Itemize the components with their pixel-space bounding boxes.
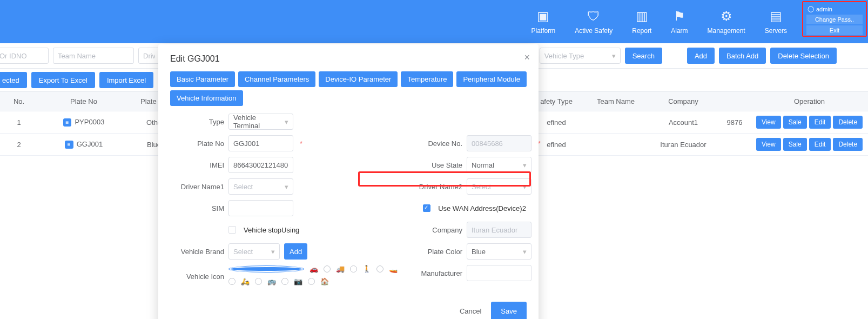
stop-using-checkbox[interactable] xyxy=(228,226,236,234)
car-icon: 🚗 xyxy=(309,265,318,273)
modal-title: Edit GGJ001 xyxy=(170,54,527,64)
edit-button[interactable]: Edit xyxy=(809,138,831,151)
vehicle-type-select[interactable]: Vehicle Type xyxy=(540,48,621,64)
delete-button[interactable]: Delete xyxy=(833,116,863,129)
col-team: Team Name xyxy=(583,92,648,111)
view-button[interactable]: View xyxy=(756,138,781,151)
nav-platform[interactable]: ▣Platform xyxy=(522,0,566,43)
delete-button[interactable]: Delete xyxy=(833,138,863,151)
bus-icon: 🚌 xyxy=(267,277,276,285)
plate-color-select[interactable]: Blue xyxy=(467,243,531,260)
cell-plate: ≡PYP0003 xyxy=(38,111,130,134)
delete-selection-button[interactable]: Delete Selection xyxy=(770,48,837,64)
type-select[interactable]: Vehicle Terminal xyxy=(228,114,293,130)
tab-peripheral[interactable]: Peripheral Module xyxy=(456,71,527,87)
brand-label: Vehicle Brand xyxy=(170,248,224,256)
imei-input[interactable] xyxy=(228,157,293,173)
vicon-radio-person[interactable] xyxy=(350,265,357,273)
vicon-radio-house[interactable] xyxy=(308,278,315,285)
driver2-label: Driver Name2 xyxy=(408,183,462,191)
manufacturer-input[interactable] xyxy=(467,265,531,281)
required-mark: * xyxy=(538,139,541,148)
driver1-select[interactable]: Select xyxy=(228,178,293,195)
brand-add-button[interactable]: Add xyxy=(284,243,307,260)
edit-button[interactable]: Edit xyxy=(809,116,831,129)
import-excel-button[interactable]: Import Excel xyxy=(99,72,153,88)
cell-company: Ituran Ecuador xyxy=(648,134,718,156)
driver2-select[interactable]: Select xyxy=(467,178,531,195)
company-input xyxy=(467,222,531,238)
nav-bar: ▣Platform 🛡Active Safety ▥Report ⚑Alarm … xyxy=(522,0,801,43)
company-label: Company xyxy=(408,226,462,234)
shield-icon: 🛡 xyxy=(587,9,600,24)
app-header: ▣Platform 🛡Active Safety ▥Report ⚑Alarm … xyxy=(0,0,868,43)
cancel-button[interactable]: Cancel xyxy=(460,307,481,315)
vicon-radio-car[interactable] xyxy=(228,265,304,273)
view-button[interactable]: View xyxy=(756,116,781,129)
motorcycle-icon: 🛵 xyxy=(241,277,250,285)
idno-input[interactable] xyxy=(0,48,49,64)
exit-button[interactable]: Exit xyxy=(806,25,863,35)
use-state-label: Use State xyxy=(408,161,462,169)
user-panel: ◯admin Change Pass.. Exit xyxy=(802,1,867,37)
export-excel-button[interactable]: Export To Excel xyxy=(31,72,95,88)
driver1-label: Driver Name1 xyxy=(170,183,224,191)
vicon-radio-bus[interactable] xyxy=(255,278,262,285)
cell-no: 1 xyxy=(0,111,38,134)
tab-temperature[interactable]: Temperature xyxy=(401,71,453,87)
col-no: No. xyxy=(0,92,38,111)
vehicle-icon-label: Vehicle Icon xyxy=(170,273,224,281)
driver-input[interactable] xyxy=(138,48,160,64)
server-icon: ▤ xyxy=(770,9,782,24)
plate-no-input[interactable] xyxy=(228,135,293,151)
brand-select[interactable]: Select xyxy=(228,243,280,260)
wan-label: Use WAN Address(Device)2 xyxy=(438,204,526,212)
nav-management[interactable]: ⚙Management xyxy=(698,0,755,43)
cell-team xyxy=(583,134,648,156)
selected-button[interactable]: ected xyxy=(0,72,27,88)
house-icon: 🏠 xyxy=(320,277,329,285)
nav-servers[interactable]: ▤Servers xyxy=(755,0,797,43)
nav-report[interactable]: ▥Report xyxy=(622,0,661,43)
search-button[interactable]: Search xyxy=(625,48,662,64)
tab-device-io[interactable]: Device-IO Parameter xyxy=(319,71,398,87)
vicon-radio-boat[interactable] xyxy=(376,265,383,273)
tab-basic-parameter[interactable]: Basic Parameter xyxy=(170,71,235,87)
user-icon: ◯ xyxy=(808,5,814,12)
col-company: Company xyxy=(648,92,718,111)
change-password-button[interactable]: Change Pass.. xyxy=(806,15,863,24)
user-name-row[interactable]: ◯admin xyxy=(806,4,863,14)
vicon-radio-truck[interactable] xyxy=(324,265,331,273)
tab-channel-parameters[interactable]: Channel Parameters xyxy=(238,71,315,87)
vicon-radio-moto[interactable] xyxy=(228,278,235,285)
device-no-input xyxy=(467,135,531,151)
save-button[interactable]: Save xyxy=(491,302,527,319)
nav-active-safety[interactable]: 🛡Active Safety xyxy=(565,0,622,43)
truck-icon: 🚚 xyxy=(336,265,345,273)
vicon-radio-camera[interactable] xyxy=(281,278,288,285)
cube-icon: ▣ xyxy=(537,9,549,24)
team-input[interactable] xyxy=(53,48,134,64)
sale-button[interactable]: Sale xyxy=(783,116,807,129)
use-state-select[interactable]: Normal xyxy=(467,157,531,173)
sale-button[interactable]: Sale xyxy=(783,138,807,151)
cell-extra: 9876 xyxy=(718,111,751,134)
cell-company: Account1 xyxy=(648,111,718,134)
nav-alarm[interactable]: ⚑Alarm xyxy=(661,0,697,43)
close-icon[interactable]: × xyxy=(524,52,530,63)
alarm-icon: ⚑ xyxy=(674,9,685,24)
cell-extra xyxy=(718,134,751,156)
batch-add-button[interactable]: Batch Add xyxy=(719,48,766,64)
plate-badge-icon: ≡ xyxy=(63,118,72,127)
col-plate: Plate No xyxy=(38,92,130,111)
sim-label: SIM xyxy=(170,204,224,212)
required-mark: * xyxy=(300,139,302,148)
sim-input[interactable] xyxy=(228,200,293,216)
person-icon: 🚶 xyxy=(362,265,371,273)
tab-vehicle-info[interactable]: Vehicle Information xyxy=(170,90,243,106)
boat-icon: 🚤 xyxy=(389,265,398,273)
stop-using-label: Vehicle stopUsing xyxy=(244,226,299,234)
add-button[interactable]: Add xyxy=(687,48,715,64)
wan-checkbox[interactable] xyxy=(423,204,430,212)
edit-vehicle-modal: Edit GGJ001 × Basic Parameter Channel Pa… xyxy=(158,44,539,319)
